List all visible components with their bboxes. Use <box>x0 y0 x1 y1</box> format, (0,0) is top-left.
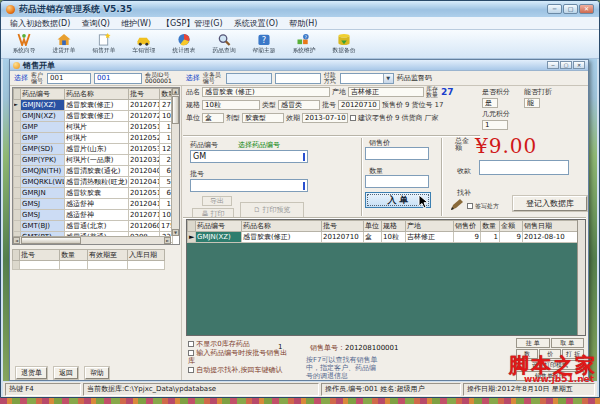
suggest-price-checkbox[interactable] <box>350 115 356 121</box>
cell[interactable]: GMJN(XZ) <box>21 100 65 111</box>
cell[interactable]: 20120710 <box>129 100 160 111</box>
cell[interactable]: GMRJN <box>21 188 65 199</box>
entry-batch-input[interactable] <box>190 179 308 192</box>
menu-settings[interactable]: 系统设置(O) <box>234 18 279 29</box>
qty-input[interactable] <box>365 175 429 188</box>
cell[interactable]: 感冒通(北京) <box>65 221 129 232</box>
sub-close-icon[interactable]: ✕ <box>573 61 585 69</box>
select-salesman-link[interactable]: 选择 <box>186 73 200 83</box>
cell[interactable]: 感冒胶囊(修正) <box>65 100 129 111</box>
minimize-icon[interactable]: ─ <box>547 4 562 14</box>
register-db-button[interactable]: 登记入数据库 <box>513 196 587 211</box>
cell[interactable]: GMSJ <box>21 210 65 221</box>
sub-minimize-icon[interactable]: ─ <box>547 61 559 69</box>
cell[interactable]: 感适舒神 <box>65 210 129 221</box>
menu-query[interactable]: 查询(Q) <box>81 18 110 29</box>
sales-grid-scrollbar[interactable] <box>577 220 585 335</box>
col-batch-no[interactable]: 批号 <box>20 250 60 261</box>
drug-code-input[interactable]: GM <box>190 150 308 163</box>
cell[interactable]: 20120418 <box>129 177 160 188</box>
cell[interactable]: 感冒软胶囊 <box>65 188 129 199</box>
toolbar-purchase[interactable]: 进货开单 <box>44 30 84 58</box>
table-row[interactable]: GMP(YPK)柯琪片(一品康)201203282 <box>14 155 173 166</box>
menu-init-data[interactable]: 输入初始数据(D) <box>10 18 70 29</box>
cell[interactable]: 20120328 <box>129 155 160 166</box>
col-batch-qty[interactable]: 数量 <box>60 250 88 261</box>
table-row[interactable]: GMSJ感适舒神2012071010 <box>14 210 173 221</box>
cell[interactable]: 20120531 <box>129 144 160 155</box>
toolbar-help[interactable]: ? 帮助主题 <box>244 30 284 58</box>
help-button[interactable]: 帮助 <box>85 367 109 379</box>
hold-order-button[interactable]: 挂 单 <box>516 338 550 348</box>
col-drug-name[interactable]: 药品名称 <box>65 89 129 100</box>
cell[interactable] <box>60 261 88 270</box>
retrieve-order-button[interactable]: 取 单 <box>551 338 585 348</box>
sales-row[interactable]: ► GMJN(XZ) 感冒胶囊(修正) 20120710 盒 10粒 吉林修正 … <box>188 232 579 243</box>
main-titlebar[interactable]: 药品进销存管理系统 V5.35 ─ ▢ ✕ <box>1 1 599 17</box>
col-expiry[interactable]: 有效期至 <box>88 250 128 261</box>
stock-vertical-scrollbar[interactable]: ▲▼ <box>171 88 179 236</box>
cell[interactable]: 20120516 <box>129 188 160 199</box>
customer-code-input[interactable]: 001 <box>47 73 91 84</box>
toolbar-delivery[interactable]: 车销管理 <box>124 30 164 58</box>
table-row[interactable]: GMP柯琪片201205221 <box>14 133 173 144</box>
payment-method-select[interactable]: ▼ <box>340 73 394 84</box>
cell[interactable]: GMQJN(TH) <box>21 166 65 177</box>
cell[interactable]: 20120516 <box>129 122 160 133</box>
prescription-checkbox[interactable] <box>467 203 473 209</box>
stock-horizontal-scrollbar[interactable]: ◄► <box>13 236 171 244</box>
refund-button[interactable]: 退货单 <box>16 367 47 379</box>
cell[interactable] <box>20 261 60 270</box>
toolbar-sales-entry[interactable]: 销售开单 <box>84 30 124 58</box>
table-row[interactable]: GMJN(XZ)感冒胶囊(修正)2012071027 <box>14 100 173 111</box>
cell[interactable]: 20120409 <box>129 166 160 177</box>
cell[interactable]: 20120522 <box>129 133 160 144</box>
cell[interactable]: 柯琪片 <box>65 122 129 133</box>
export-button[interactable]: 导出 <box>202 196 232 206</box>
table-row[interactable]: GMQJN(TH)感冒清胶囊(通化)201204096 <box>14 166 173 177</box>
cell[interactable] <box>128 261 165 270</box>
cell[interactable]: 感冒胶囊(修正) <box>65 111 129 122</box>
cell[interactable]: GMP <box>21 122 65 133</box>
table-row[interactable]: GMSJ感适舒神201204121 <box>14 199 173 210</box>
col-drug-code[interactable]: 药品编号 <box>21 89 65 100</box>
cell[interactable]: GMSJ <box>21 199 65 210</box>
table-row[interactable]: GMP(SD)感冒片(山东)2012053112 <box>14 144 173 155</box>
toolbar-maintenance[interactable]: ? 系统维护 <box>284 30 324 58</box>
menu-maintain[interactable]: 维护(W) <box>121 18 151 29</box>
salesman-code-input[interactable] <box>226 73 272 84</box>
cell[interactable]: 柯琪片(一品康) <box>65 155 129 166</box>
cell[interactable]: GMP(SD) <box>21 144 65 155</box>
table-row[interactable]: GMRJN感冒软胶囊201205166 <box>14 188 173 199</box>
cell[interactable]: 感冒清胶囊(通化) <box>65 166 129 177</box>
print-preview-button[interactable]: 🗋 打印预览 <box>240 202 304 218</box>
sub-maximize-icon[interactable]: ▢ <box>560 61 572 69</box>
option-batch-out[interactable]: 输入药品编号时按批号销售出库 <box>188 349 294 365</box>
cell[interactable]: 20120412 <box>129 199 160 210</box>
close-icon[interactable]: ✕ <box>579 4 594 14</box>
table-row[interactable]: GMQRKL(WL)感冒清热颗粒(旺龙)201204185 <box>14 177 173 188</box>
menu-help[interactable]: 帮助(H) <box>289 18 317 29</box>
menu-gsp[interactable]: 【GSP】管理(G) <box>162 18 223 29</box>
back-button[interactable]: 返回 <box>54 367 78 379</box>
cell[interactable] <box>88 261 128 270</box>
received-input[interactable] <box>479 160 569 175</box>
toolbar-search[interactable]: 药品查询 <box>204 30 244 58</box>
toolbar-report[interactable]: 统计图表 <box>164 30 204 58</box>
table-row[interactable]: GMP柯琪片201205161 <box>14 122 173 133</box>
cell[interactable]: 感冒片(山东) <box>65 144 129 155</box>
cell[interactable]: 柯琪片 <box>65 133 129 144</box>
table-row[interactable]: GMT(BJ)感冒通(北京)20120602175 <box>14 221 173 232</box>
toolbar-wizard[interactable]: 系统向导 <box>4 30 44 58</box>
col-batch[interactable]: 批号 <box>129 89 160 100</box>
table-row[interactable] <box>13 261 165 270</box>
cell[interactable]: 20120602 <box>129 221 160 232</box>
cell[interactable]: 20120720 <box>129 111 160 122</box>
sale-price-input[interactable] <box>365 147 429 160</box>
cell[interactable]: GMQRKL(WL) <box>21 177 65 188</box>
cell[interactable]: GMJN(XZ) <box>21 111 65 122</box>
sales-window-titlebar[interactable]: 销售开单 ─ ▢ ✕ <box>10 60 588 71</box>
col-stock-in-date[interactable]: 入库日期 <box>128 250 165 261</box>
cell[interactable]: GMP <box>21 133 65 144</box>
cell[interactable]: GMP(YPK) <box>21 155 65 166</box>
